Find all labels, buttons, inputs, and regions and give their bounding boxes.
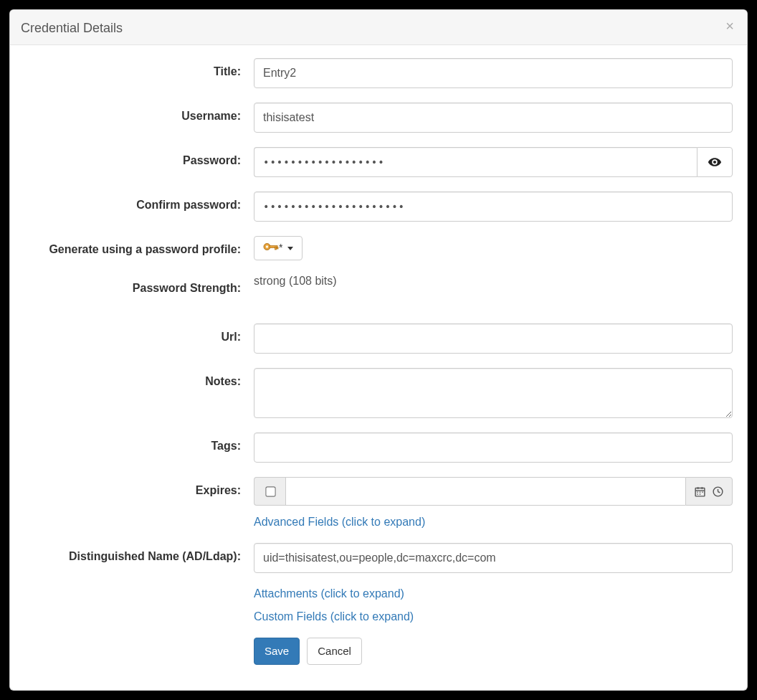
password-strength-value: strong (108 bits)	[254, 275, 733, 288]
distinguished-name-input[interactable]	[254, 543, 733, 573]
label-title: Title:	[24, 58, 254, 78]
chevron-down-icon	[287, 247, 293, 250]
label-generate-profile: Generate using a password profile:	[24, 236, 254, 256]
url-input[interactable]	[254, 323, 733, 354]
svg-rect-12	[697, 493, 698, 494]
label-expires: Expires:	[24, 477, 254, 497]
credential-details-modal: Credential Details × Title: Username: Pa…	[9, 9, 748, 691]
generate-password-dropdown[interactable]: *	[254, 236, 303, 260]
label-distinguished-name: Distinguished Name (AD/Ldap):	[24, 543, 254, 563]
tags-input[interactable]	[254, 432, 733, 463]
svg-line-16	[718, 491, 720, 492]
password-input[interactable]	[254, 147, 697, 177]
svg-rect-3	[275, 247, 277, 250]
notes-textarea[interactable]	[254, 368, 733, 418]
svg-rect-13	[700, 493, 700, 494]
svg-point-1	[266, 246, 269, 249]
username-input[interactable]	[254, 103, 733, 133]
label-password-strength: Password Strength:	[24, 275, 254, 295]
custom-fields-toggle[interactable]: Custom Fields (click to expand)	[254, 610, 414, 623]
label-notes: Notes:	[24, 368, 254, 388]
svg-rect-9	[697, 491, 698, 492]
advanced-fields-toggle[interactable]: Advanced Fields (click to expand)	[254, 516, 425, 529]
clock-icon[interactable]	[712, 486, 724, 498]
key-icon	[263, 242, 279, 255]
title-input[interactable]	[254, 58, 733, 88]
modal-body: Title: Username: Password:	[10, 45, 747, 679]
attachments-toggle[interactable]: Attachments (click to expand)	[254, 587, 404, 600]
label-username: Username:	[24, 103, 254, 123]
expires-input[interactable]	[285, 477, 685, 506]
modal-header: Credential Details ×	[10, 10, 747, 45]
generate-suffix: *	[279, 242, 282, 253]
label-url: Url:	[24, 323, 254, 344]
confirm-password-input[interactable]	[254, 191, 733, 222]
expires-checkbox-wrap	[254, 477, 285, 506]
svg-rect-10	[700, 491, 700, 492]
label-tags: Tags:	[24, 432, 254, 453]
save-button[interactable]: Save	[254, 638, 300, 665]
calendar-icon[interactable]	[694, 486, 706, 498]
toggle-password-visibility-button[interactable]	[697, 147, 733, 177]
svg-rect-4	[277, 247, 278, 250]
eye-icon	[708, 155, 722, 169]
label-password: Password:	[24, 147, 254, 167]
label-confirm-password: Confirm password:	[24, 191, 254, 212]
expires-group	[254, 477, 733, 506]
expires-checkbox[interactable]	[265, 486, 275, 496]
modal-title: Credential Details	[21, 21, 736, 36]
cancel-button[interactable]: Cancel	[307, 638, 362, 665]
expires-pickers	[685, 477, 733, 506]
svg-rect-11	[702, 491, 703, 492]
close-button[interactable]: ×	[721, 17, 738, 34]
